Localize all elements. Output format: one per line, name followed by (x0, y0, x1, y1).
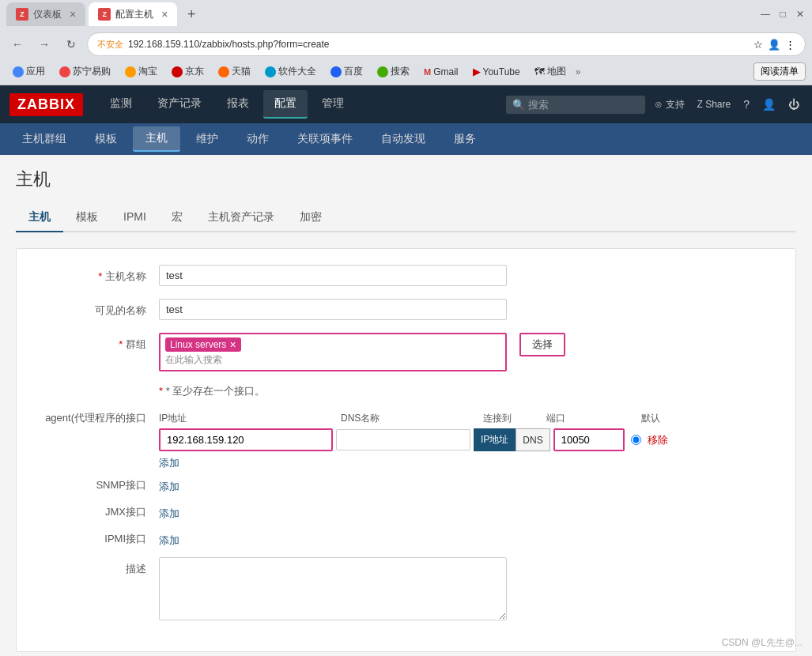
nav-item-monitor[interactable]: 监测 (99, 90, 143, 119)
subnav-actions[interactable]: 动作 (234, 127, 281, 151)
nav-item-config[interactable]: 配置 (263, 90, 308, 119)
tab-encryption[interactable]: 加密 (287, 204, 334, 232)
if-ip-input[interactable] (159, 428, 333, 451)
bookmark-bd[interactable]: 百度 (324, 62, 369, 81)
tab-config[interactable]: Z 配置主机 × (89, 2, 177, 26)
nav-search: 🔍 ⊙ 支持 Z Share ? 👤 ⏻ (506, 95, 803, 115)
jmx-interface-row: JMX接口 添加 (32, 503, 780, 521)
tab-host[interactable]: 主机 (16, 204, 63, 232)
group-tag-label: Linux servers (170, 339, 226, 350)
new-tab-button[interactable]: + (180, 3, 202, 25)
search-icon: 🔍 (512, 99, 525, 111)
add-interface-link[interactable]: 添加 (159, 456, 780, 470)
subnav-services[interactable]: 服务 (441, 127, 489, 151)
bookmark-youtube[interactable]: ▶ YouTube (466, 63, 527, 80)
bd-icon (330, 66, 342, 77)
zabbix-logo: ZABBIX (9, 93, 83, 116)
bookmark-label-sn: 苏宁易购 (73, 65, 111, 78)
subnav-discovery[interactable]: 自动发现 (368, 127, 438, 151)
conn-buttons: IP地址 DNS (474, 428, 550, 451)
bookmark-label-gmail: Gmail (433, 66, 458, 77)
help-icon[interactable]: ? (740, 95, 753, 114)
bookmark-map[interactable]: 🗺 地图 (528, 62, 572, 81)
if-port-input[interactable] (553, 428, 625, 451)
group-tag-remove[interactable]: × (229, 339, 236, 350)
remove-interface-button[interactable]: 移除 (648, 433, 668, 447)
menu-icon[interactable]: ⋮ (785, 39, 795, 51)
subnav-correlations[interactable]: 关联项事件 (285, 127, 365, 151)
bookmark-apps[interactable]: 应用 (6, 62, 51, 81)
bookmark-gmail[interactable]: M Gmail (417, 64, 465, 80)
subnav-hosts[interactable]: 主机 (133, 126, 180, 152)
url-icons: ☆ 👤 ⋮ (753, 39, 795, 51)
support-icon[interactable]: ⊙ 支持 (651, 95, 687, 115)
bookmark-rj[interactable]: 软件大全 (259, 62, 323, 81)
visiblename-input[interactable] (159, 299, 507, 320)
rj-icon (265, 66, 276, 77)
conn-dns-button[interactable]: DNS (516, 428, 550, 451)
close-button[interactable]: ✕ (795, 9, 806, 20)
bookmark-ss[interactable]: 搜索 (371, 62, 416, 81)
url-bar[interactable]: 不安全 192.168.159.110/zabbix/hosts.php?for… (87, 32, 806, 56)
tab-ipmi[interactable]: IPMI (111, 204, 159, 232)
bookmark-jd[interactable]: 京东 (165, 62, 210, 81)
hostname-input[interactable] (159, 265, 507, 286)
forward-button[interactable]: → (33, 33, 55, 55)
bookmark-label-tb: 淘宝 (138, 65, 157, 78)
refresh-button[interactable]: ↻ (60, 33, 82, 55)
star-icon[interactable]: ☆ (753, 39, 763, 51)
search-input[interactable] (528, 99, 639, 111)
bookmark-label-rj: 软件大全 (278, 65, 316, 78)
window-controls: — □ ✕ (760, 9, 806, 20)
power-icon[interactable]: ⏻ (785, 95, 803, 114)
if-header-ip: IP地址 (159, 412, 341, 425)
youtube-icon: ▶ (473, 66, 481, 77)
select-group-button[interactable]: 选择 (519, 333, 565, 356)
reading-list-button[interactable]: 阅读清单 (753, 62, 806, 81)
if-dns-input[interactable] (336, 429, 470, 451)
tab-templates[interactable]: 模板 (63, 204, 111, 232)
user-icon[interactable]: 👤 (759, 95, 779, 114)
bookmark-sn[interactable]: 苏宁易购 (53, 62, 117, 81)
sub-nav: 主机群组 模板 主机 维护 动作 关联项事件 自动发现 服务 (0, 123, 812, 155)
maximize-button[interactable]: □ (777, 9, 788, 20)
back-button[interactable]: ← (6, 33, 28, 55)
profile-icon[interactable]: 👤 (768, 39, 780, 51)
nav-item-reports[interactable]: 报表 (216, 90, 260, 119)
default-radio[interactable] (631, 435, 641, 445)
tab-icon-dashboard: Z (16, 8, 28, 21)
more-bookmarks-button[interactable]: » (576, 66, 581, 77)
subnav-templates[interactable]: 模板 (82, 127, 130, 151)
groups-input-wrap[interactable]: Linux servers × 在此输入搜索 (159, 333, 507, 371)
tab-macros[interactable]: 宏 (159, 204, 195, 232)
subnav-maintenance[interactable]: 维护 (183, 127, 231, 151)
bookmark-label-youtube: YouTube (483, 66, 520, 77)
description-textarea[interactable] (159, 557, 507, 620)
nav-item-assets[interactable]: 资产记录 (146, 90, 213, 119)
nav-item-admin[interactable]: 管理 (311, 90, 355, 119)
tab-dashboard[interactable]: Z 仪表板 × (6, 2, 85, 26)
group-search-hint: 在此输入搜索 (165, 353, 500, 367)
snmp-add-link[interactable]: 添加 (159, 480, 179, 494)
visiblename-row: 可见的名称 (32, 299, 780, 320)
bookmark-label-map: 地图 (547, 65, 566, 78)
groups-field: Linux servers × 在此输入搜索 选择 (159, 333, 780, 371)
minimize-button[interactable]: — (760, 9, 771, 20)
tab-close-config[interactable]: × (161, 9, 168, 20)
share-icon[interactable]: Z Share (694, 96, 735, 113)
tab-close-dashboard[interactable]: × (70, 9, 76, 20)
search-box[interactable]: 🔍 (506, 96, 645, 114)
subnav-hostgroups[interactable]: 主机群组 (9, 127, 79, 151)
tab-inventory[interactable]: 主机资产记录 (195, 204, 287, 232)
hostname-row: * 主机名称 (32, 265, 780, 286)
jmx-add-link[interactable]: 添加 (159, 507, 179, 521)
address-bar: ← → ↻ 不安全 192.168.159.110/zabbix/hosts.p… (0, 28, 812, 60)
ipmi-add-link[interactable]: 添加 (159, 533, 179, 548)
if-header-dns: DNS名称 (341, 412, 483, 425)
bookmark-tb[interactable]: 淘宝 (119, 62, 164, 81)
agent-interface-label: agent(代理程序的接口 (32, 411, 159, 425)
tm-icon (218, 66, 229, 77)
bookmark-tm[interactable]: 天猫 (212, 62, 257, 81)
conn-ip-button[interactable]: IP地址 (474, 428, 516, 451)
description-row: 描述 (32, 557, 780, 623)
